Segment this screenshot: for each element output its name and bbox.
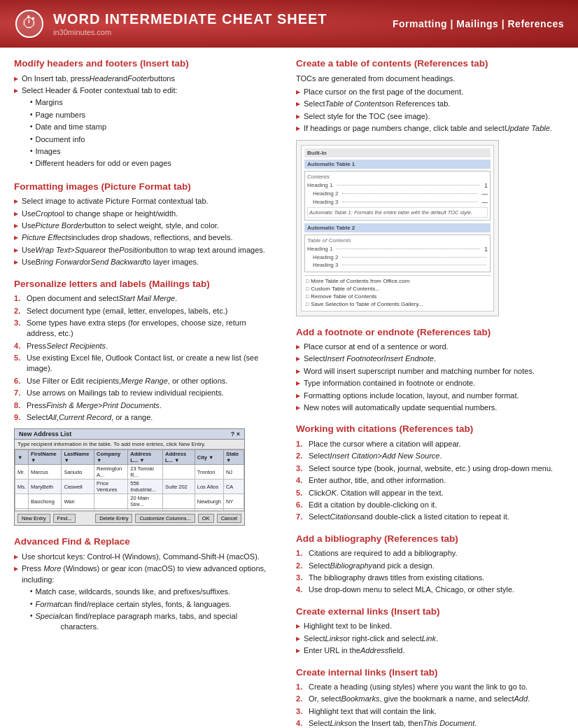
table-row: Ms. MaryBeth Caswell Price Ventures 556 … [15,479,244,494]
col-header: ▼ [15,450,29,465]
list-item: Open document and select Start Mail Merg… [14,293,276,304]
list-item: Press More (Windows) or gear icon (macOS… [14,564,276,634]
list-item: Create a heading (using styles) where yo… [296,682,564,692]
addr-titlebar: New Address List ? × [15,429,244,440]
list-item: The bibliography draws titles from exist… [296,573,564,583]
bibliography-list: Citations are required to add a bibliogr… [296,548,564,596]
list-item: Citations are required to add a bibliogr… [296,548,564,559]
section-title-citations: Working with citations (References tab) [296,423,564,435]
section-title-headers: Modify headers and footers (Insert tab) [14,57,276,70]
list-item: Select Citations and double-click a list… [296,512,564,522]
list-item: Highlight text that will contain the lin… [296,706,564,717]
address-list-screenshot: New Address List ? × Type recipient info… [14,428,245,526]
find-replace-list: Use shortcut keys: Control-H (Windows), … [14,552,276,634]
addr-table: ▼ FirstName ▼ LastName ▼ Company ▼ Addre… [15,449,244,511]
list-item: Images [30,146,178,157]
list-item: Press Select Recipients. [14,341,276,351]
list-item: Select Table of Contents on References t… [296,99,564,109]
toc-intro: TOCs are generated from document heading… [296,74,564,84]
list-item: Page numbers [30,110,178,120]
list-item: New notes will automatically update sequ… [296,402,564,413]
section-title-toc: Create a table of contents (References t… [296,57,564,70]
cancel-button[interactable]: Cancel [217,514,241,523]
list-item: Special can find/replace paragraph marks… [30,611,276,633]
list-item: Edit a citation by double-clicking on it… [296,500,564,510]
list-item: Select image to activate Picture Format … [14,196,276,206]
toc-list: Place cursor on the first page of the do… [296,87,564,134]
section-title-bibliography: Add a bibliography (References tab) [296,533,564,545]
mailings-list: Open document and select Start Mail Merg… [14,293,276,423]
section-title-internal-links: Create internal links (Insert tab) [296,666,564,679]
citations-list: Place the cursor where a citation will a… [296,439,564,523]
new-entry-button[interactable]: New Entry [17,514,50,523]
list-item: Match case, wildcards, sounds like, and … [30,587,276,597]
list-item: Date and time stamp [30,122,178,132]
list-item: Place cursor at end of a sentence or wor… [296,342,564,352]
list-item: Select Links or right-click and select L… [296,634,564,644]
toc-menu-item: More Table of Contents from Office.com [304,277,491,285]
main-title: WORD INTERMEDIATE CHEAT SHEET [53,11,327,27]
left-column: Modify headers and footers (Insert tab) … [14,57,289,728]
section-title-mailings: Personalize letters and labels (Mailings… [14,278,276,290]
col-header: FirstName ▼ [29,450,62,465]
list-item: Use Filter or Edit recipients, Merge Ran… [14,376,276,386]
table-row: Mr. Marcus Sanudo Remington A... 23 Toms… [15,465,244,479]
list-item: Use Crop tool to change shape or height/… [14,209,276,219]
list-item: Select source type (book, journal, websi… [296,463,564,474]
headers-list: On Insert tab, press Header and Footer b… [14,74,276,171]
list-item: Use existing Excel file, Outlook Contact… [14,353,276,374]
list-item: Type information contained in footnote o… [296,378,564,388]
list-item: Select All, Current Record, or a range. [14,412,276,423]
addr-bottom: New Entry Find... Delete Entry Customize… [15,511,244,525]
customize-columns-button[interactable]: Customize Columns... [135,514,195,523]
list-item: Document info [30,134,178,145]
list-item: Word will insert superscript number and … [296,366,564,377]
svg-text:⏱: ⏱ [22,14,37,31]
list-item: Use shortcut keys: Control-H (Windows), … [14,552,276,562]
sub-list: Match case, wildcards, sounds like, and … [30,587,276,633]
toc-screenshot: Built-In Automatic Table 1 Contents Head… [296,140,499,316]
list-item: Select Insert Citation > Add New Source. [296,451,564,461]
ok-button[interactable]: OK [198,514,214,523]
list-item: Select Insert Footnote or Insert Endnote… [296,354,564,364]
toc-image-inner: Built-In Automatic Table 1 Contents Head… [301,145,494,312]
header: ⏱ WORD INTERMEDIATE CHEAT SHEET in30minu… [0,0,578,48]
list-item: Select style for the TOC (see image). [296,111,564,122]
right-column: Create a table of contents (References t… [289,57,564,728]
addr-title: New Address List [19,430,71,438]
col-header: City ▼ [195,450,223,465]
toc-menu-item: Remove Table of Contents [304,293,491,300]
list-item: Use Picture Border button to select weig… [14,220,276,231]
section-title-find-replace: Advanced Find & Replace [14,536,276,548]
footnote-list: Place cursor at end of a sentence or wor… [296,342,564,413]
logo: ⏱ [14,8,45,39]
external-links-list: Highlight text to be linked. Select Link… [296,621,564,656]
list-item: Picture Effects includes drop shadows, r… [14,232,276,243]
list-item: Use drop-down menu to select MLA, Chicag… [296,584,564,595]
list-item: Use Wrap Text > Square or the Position b… [14,245,276,255]
header-left: ⏱ WORD INTERMEDIATE CHEAT SHEET in30minu… [14,8,327,39]
internal-links-list: Create a heading (using styles) where yo… [296,682,564,728]
list-item: Select document type (email, letter, env… [14,306,276,316]
col-header: Company ▼ [94,450,127,465]
section-title-footnote: Add a footnote or endnote (References ta… [296,326,564,339]
toc-menu-item: Custom Table of Contents... [304,285,491,293]
addr-controls: ? × [231,430,240,438]
subtitle: in30minutes.com [53,28,327,36]
list-item: Use arrows on Mailings tab to review ind… [14,388,276,398]
list-item: Different headers for odd or even pages [30,158,178,169]
toc-menu-item: Save Selection to Table of Contents Gall… [304,300,491,308]
section-title-images: Formatting images (Picture Format tab) [14,181,276,193]
list-item: On Insert tab, press Header and Footer b… [14,74,276,84]
list-item: Enter URL in the Address field. [296,645,564,656]
col-header: State ▼ [223,450,244,465]
list-item: Or, select Bookmarks, give the bookmark … [296,694,564,704]
main-content: Modify headers and footers (Insert tab) … [0,48,578,728]
col-header: Address L... ▼ [128,450,163,465]
delete-entry-button[interactable]: Delete Entry [95,514,132,523]
find-button[interactable]: Find... [53,514,76,523]
list-item: Select Links on the Insert tab, then Thi… [296,718,564,728]
list-item: Click OK. Citation will appear in the te… [296,488,564,498]
col-header: LastName ▼ [62,450,94,465]
list-item: Select Bibliography and pick a design. [296,561,564,571]
